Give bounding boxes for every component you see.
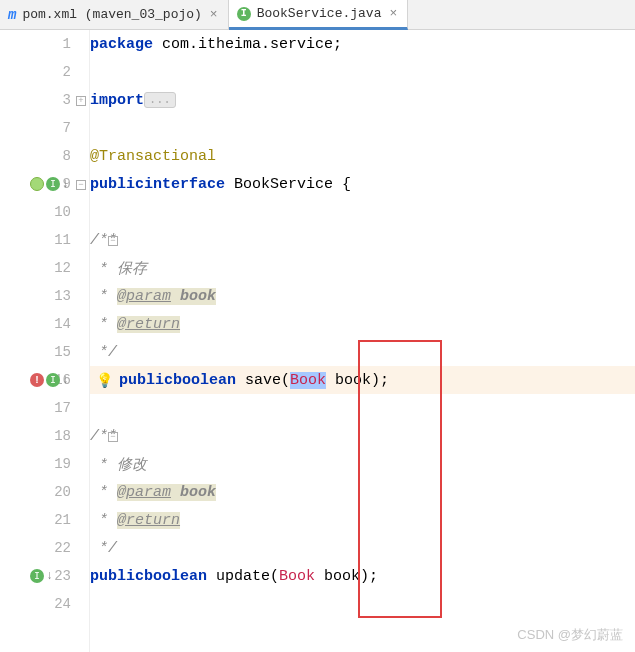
error-icon[interactable]: ! [30,373,44,387]
code-line: −/** [90,422,635,450]
line-number: 13 [43,288,71,304]
code-line: +import ... [90,86,635,114]
code-line: * @return [90,310,635,338]
line-number: 24 [43,596,71,612]
line-number: 10 [43,204,71,220]
line-number: 3 [43,92,71,108]
code-line: package com.itheima.service; [90,30,635,58]
line-number: 7 [43,120,71,136]
intention-bulb-icon[interactable]: 💡 [96,372,113,389]
tab-label: pom.xml (maven_03_pojo) [22,7,201,22]
fold-icon[interactable]: − [76,180,86,190]
fold-icon[interactable]: − [108,236,118,246]
fold-icon[interactable]: − [108,432,118,442]
line-number: 18 [43,428,71,444]
code-content[interactable]: package com.itheima.service; +import ...… [90,30,635,652]
line-number: 1 [43,36,71,52]
override-arrow-icon: ↓ [62,373,69,387]
line-number: 11 [43,232,71,248]
code-line: −public interface BookService { [90,170,635,198]
code-line [90,394,635,422]
code-line: */ [90,534,635,562]
override-arrow-icon: ↓ [62,177,69,191]
line-number: 22 [43,540,71,556]
folded-region[interactable]: ... [144,92,176,108]
line-number: 14 [43,316,71,332]
error-token: Book [279,568,315,585]
line-number: 2 [43,64,71,80]
code-line: −/** [90,226,635,254]
code-line: * @param book [90,282,635,310]
code-line-error: 💡 public boolean save(Book book); [90,366,635,394]
tab-label: BookService.java [257,6,382,21]
has-implementations-icon[interactable]: I [46,373,60,387]
code-line: * 修改 [90,450,635,478]
close-icon[interactable]: × [208,7,220,22]
code-line: */ [90,338,635,366]
error-token[interactable]: Book [290,372,326,389]
line-number: 21 [43,512,71,528]
code-line: * 保存 [90,254,635,282]
watermark: CSDN @梦幻蔚蓝 [517,626,623,644]
spring-bean-icon[interactable] [30,177,44,191]
has-implementations-icon[interactable]: I [46,177,60,191]
line-number: 17 [43,400,71,416]
has-implementations-icon[interactable]: I [30,569,44,583]
code-line: @Transactional [90,142,635,170]
line-number: 12 [43,260,71,276]
tab-pom-xml[interactable]: m pom.xml (maven_03_pojo) × [0,0,229,29]
code-line [90,198,635,226]
line-number: 19 [43,456,71,472]
line-number: 15 [43,344,71,360]
editor-area: 1 2 3 7 8 I ↓ 9 10 11 12 13 14 15 ! I ↓ … [0,30,635,652]
tab-bookservice[interactable]: I BookService.java × [229,0,409,30]
interface-icon: I [237,7,251,21]
close-icon[interactable]: × [387,6,399,21]
code-line: * @return [90,506,635,534]
line-number: 8 [43,148,71,164]
code-line: * @param book [90,478,635,506]
code-line [90,58,635,86]
code-line [90,590,635,618]
line-number: 20 [43,484,71,500]
gutter: 1 2 3 7 8 I ↓ 9 10 11 12 13 14 15 ! I ↓ … [0,30,90,652]
editor-tabs: m pom.xml (maven_03_pojo) × I BookServic… [0,0,635,30]
override-arrow-icon: ↓ [46,569,53,583]
maven-icon: m [8,7,16,23]
fold-icon[interactable]: + [76,96,86,106]
code-line [90,114,635,142]
code-line: public boolean update(Book book); [90,562,635,590]
